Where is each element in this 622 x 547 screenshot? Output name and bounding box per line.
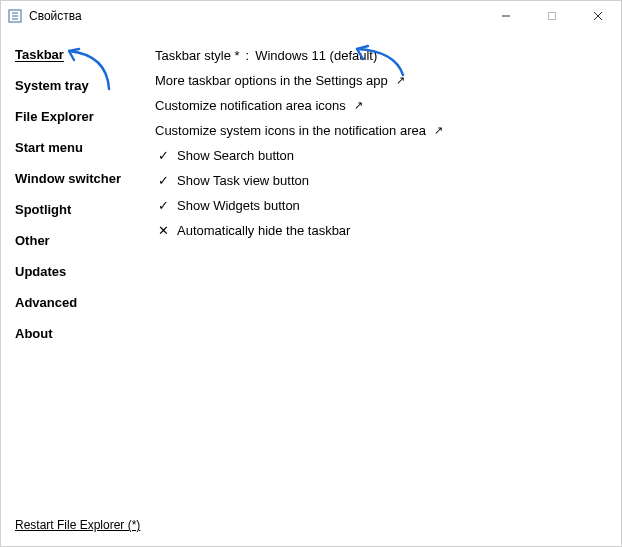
svg-rect-5 — [549, 13, 556, 20]
sidebar-item-about[interactable]: About — [15, 318, 151, 349]
toggle-show-search[interactable]: ✓ Show Search button — [155, 143, 621, 168]
restart-file-explorer-link[interactable]: Restart File Explorer (*) — [15, 518, 140, 532]
sidebar-item-taskbar[interactable]: Taskbar — [15, 39, 151, 70]
sidebar-item-advanced[interactable]: Advanced — [15, 287, 151, 318]
toggle-show-task-view[interactable]: ✓ Show Task view button — [155, 168, 621, 193]
link-customize-system-icons[interactable]: Customize system icons in the notificati… — [155, 118, 621, 143]
taskbar-style-value: Windows 11 (default) — [255, 48, 377, 63]
checkmark-icon: ✓ — [155, 173, 171, 188]
checkmark-icon: ✓ — [155, 198, 171, 213]
close-button[interactable] — [575, 1, 621, 31]
window-title: Свойства — [29, 9, 483, 23]
sidebar-item-start-menu[interactable]: Start menu — [15, 132, 151, 163]
link-label: Customize notification area icons — [155, 98, 346, 113]
toggle-autohide-taskbar[interactable]: ✕ Automatically hide the taskbar — [155, 218, 621, 243]
sidebar-item-spotlight[interactable]: Spotlight — [15, 194, 151, 225]
sidebar-item-other[interactable]: Other — [15, 225, 151, 256]
link-label: Customize system icons in the notificati… — [155, 123, 426, 138]
external-link-icon: ↗ — [434, 124, 443, 137]
main-panel: Taskbar style * : Windows 11 (default) M… — [151, 39, 621, 349]
toggle-show-widgets[interactable]: ✓ Show Widgets button — [155, 193, 621, 218]
link-customize-notification-icons[interactable]: Customize notification area icons ↗ — [155, 93, 621, 118]
toggle-label: Show Task view button — [177, 173, 309, 188]
toggle-label: Show Search button — [177, 148, 294, 163]
taskbar-style-row[interactable]: Taskbar style * : Windows 11 (default) — [155, 43, 621, 68]
external-link-icon: ↗ — [396, 74, 405, 87]
link-label: More taskbar options in the Settings app — [155, 73, 388, 88]
taskbar-style-label: Taskbar style * — [155, 48, 240, 63]
window-controls — [483, 1, 621, 31]
sidebar-item-updates[interactable]: Updates — [15, 256, 151, 287]
link-more-taskbar-options[interactable]: More taskbar options in the Settings app… — [155, 68, 621, 93]
app-icon — [7, 8, 23, 24]
titlebar: Свойства — [1, 1, 621, 31]
content: Taskbar System tray File Explorer Start … — [1, 31, 621, 349]
cross-icon: ✕ — [155, 223, 171, 238]
sidebar: Taskbar System tray File Explorer Start … — [1, 39, 151, 349]
taskbar-style-sep: : — [246, 48, 250, 63]
sidebar-item-system-tray[interactable]: System tray — [15, 70, 151, 101]
toggle-label: Automatically hide the taskbar — [177, 223, 350, 238]
sidebar-item-window-switcher[interactable]: Window switcher — [15, 163, 151, 194]
toggle-label: Show Widgets button — [177, 198, 300, 213]
maximize-button[interactable] — [529, 1, 575, 31]
minimize-button[interactable] — [483, 1, 529, 31]
external-link-icon: ↗ — [354, 99, 363, 112]
checkmark-icon: ✓ — [155, 148, 171, 163]
sidebar-item-file-explorer[interactable]: File Explorer — [15, 101, 151, 132]
